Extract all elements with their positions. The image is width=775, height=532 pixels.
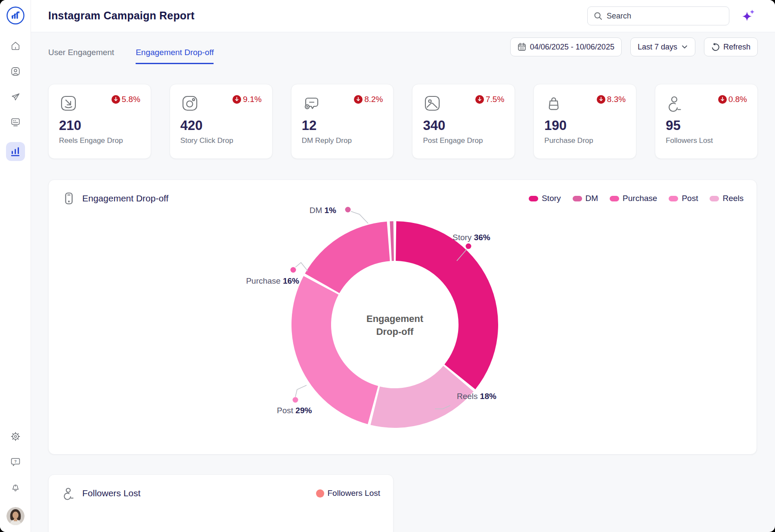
delta-badge: 8.3% (597, 95, 626, 104)
legend-item-story[interactable]: Story (529, 194, 561, 203)
callout-label-story: Story 36% (453, 233, 490, 242)
device-icon (62, 191, 76, 206)
sidebar-item-analytics[interactable] (6, 142, 25, 161)
engagement-dropoff-card: Engagement Drop-off StoryDMPurchasePostR… (48, 179, 757, 455)
callout-dot-dm (345, 207, 351, 213)
stat-card-story-click-drop: 9.1% 420 Story Click Drop (170, 84, 273, 159)
stat-value: 420 (180, 118, 262, 133)
callout-label-purchase: Purchase 16% (246, 276, 299, 285)
delta-value: 8.2% (364, 95, 383, 104)
user-minus-icon (62, 486, 76, 501)
stat-value: 190 (544, 118, 626, 133)
refresh-label: Refresh (723, 43, 750, 52)
home-icon[interactable] (10, 40, 21, 52)
chart-card-header: Engagement Drop-off StoryDMPurchasePostR… (49, 180, 756, 206)
search-input[interactable]: Search (587, 6, 729, 25)
stat-label: DM Reply Drop (302, 136, 383, 145)
refresh-button[interactable]: Refresh (704, 37, 758, 56)
app-logo-icon (6, 6, 25, 25)
sidebar: ? (0, 0, 31, 532)
stat-label: Reels Engage Drop (59, 136, 140, 145)
followers-legend-label: Followers Lost (328, 489, 381, 498)
story-icon (180, 94, 199, 113)
arrow-down-circle-icon (112, 95, 120, 104)
followers-legend-item[interactable]: Followers Lost (316, 489, 381, 498)
sidebar-nav (6, 40, 25, 161)
stat-card-purchase-drop: 8.3% 190 Purchase Drop (533, 84, 636, 159)
dm-icon (302, 94, 321, 113)
legend-item-dm[interactable]: DM (573, 194, 598, 203)
tab-user-engagement[interactable]: User Engagement (48, 48, 114, 64)
donut-segment-story[interactable] (396, 221, 498, 389)
stat-label: Post Engage Drop (423, 136, 504, 145)
arrow-down-circle-icon (597, 95, 605, 104)
callout-dot-reels (450, 402, 456, 407)
arrow-down-circle-icon (354, 95, 363, 104)
delta-badge: 9.1% (232, 95, 261, 104)
profile-icon[interactable] (10, 66, 21, 77)
delta-value: 8.3% (607, 95, 626, 104)
callout-label-post: Post 29% (277, 406, 312, 415)
stat-card-followers-lost: 0.8% 95 Followers Lost (655, 84, 758, 159)
stat-label: Story Click Drop (180, 136, 262, 145)
notifications-bell-icon[interactable] (10, 482, 21, 493)
callout-label-dm: DM 1% (310, 206, 336, 215)
arrow-down-circle-icon (232, 95, 241, 104)
send-icon[interactable] (10, 91, 21, 102)
refresh-icon (711, 43, 719, 51)
page-title: Instagram Campaign Report (48, 9, 195, 22)
delta-value: 5.8% (122, 95, 140, 104)
followers-legend-swatch (316, 489, 324, 498)
stat-label: Followers Lost (666, 136, 747, 145)
period-select[interactable]: Last 7 days (630, 37, 695, 56)
engagement-dropoff-donut: Story 36%DM 1%Purchase 16%Post 29%Reels … (49, 180, 757, 455)
post-icon (423, 94, 442, 113)
chevron-down-icon (681, 43, 688, 50)
donut-segment-post[interactable] (291, 276, 378, 424)
tab-engagement-dropoff[interactable]: Engagement Drop-off (136, 48, 214, 64)
delta-badge: 8.2% (354, 95, 383, 104)
delta-badge: 5.8% (112, 95, 140, 104)
followers-chart-title: Followers Lost (82, 488, 140, 498)
help-icon[interactable]: ? (10, 456, 21, 467)
callout-line-dm (351, 211, 368, 223)
delta-badge: 0.8% (718, 95, 747, 104)
stat-value: 210 (59, 118, 140, 133)
content: User Engagement Engagement Drop-off 04/0… (31, 32, 775, 532)
donut-legend: StoryDMPurchasePostReels (529, 194, 744, 203)
dashboard-icon[interactable] (10, 117, 21, 128)
legend-swatch (529, 196, 538, 201)
delta-value: 0.8% (728, 95, 747, 104)
delta-value: 7.5% (486, 95, 504, 104)
chart-title-group: Engagement Drop-off (62, 191, 168, 206)
legend-label: Post (682, 194, 698, 203)
donut-segment-purchase[interactable] (305, 222, 390, 293)
followers-card-header: Followers Lost Followers Lost (49, 475, 393, 501)
search-icon (594, 12, 602, 20)
arrow-down-circle-icon (475, 95, 484, 104)
date-range-picker[interactable]: 04/06/2025 - 10/06/2025 (510, 37, 622, 56)
main-area: Instagram Campaign Report Search User En… (31, 0, 775, 532)
reels-icon (59, 94, 78, 113)
stat-card-post-engage-drop: 7.5% 340 Post Engage Drop (412, 84, 515, 159)
settings-gear-icon[interactable] (10, 431, 21, 442)
donut-center-label-2: Drop-off (376, 326, 414, 337)
legend-item-reels[interactable]: Reels (710, 194, 744, 203)
legend-label: DM (586, 194, 598, 203)
donut-segment-dm[interactable] (390, 221, 394, 261)
legend-swatch (669, 196, 678, 201)
user-avatar[interactable] (6, 507, 25, 525)
stat-value: 340 (423, 118, 504, 133)
legend-item-post[interactable]: Post (669, 194, 698, 203)
sparkle-icon[interactable] (740, 7, 757, 25)
controls: 04/06/2025 - 10/06/2025 Last 7 days (510, 37, 758, 56)
donut-center-label: Engagement (366, 313, 424, 324)
stats-row: 5.8% 210 Reels Engage Drop 9.1% 420 Stor… (48, 84, 758, 159)
delta-badge: 7.5% (475, 95, 504, 104)
arrow-down-circle-icon (718, 95, 727, 104)
legend-swatch (710, 196, 719, 201)
callout-label-reels: Reels 18% (457, 392, 496, 401)
legend-item-purchase[interactable]: Purchase (610, 194, 657, 203)
legend-label: Purchase (623, 194, 657, 203)
stat-value: 12 (302, 118, 383, 133)
